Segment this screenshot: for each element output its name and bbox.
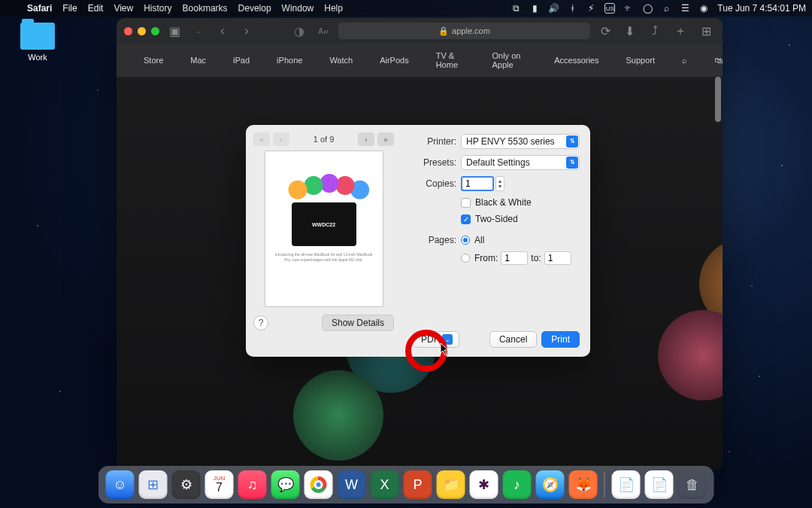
dock-excel[interactable]: X — [371, 470, 399, 499]
bw-checkbox[interactable] — [461, 198, 471, 208]
menu-develop[interactable]: Develop — [238, 3, 271, 14]
menubar-app-name[interactable]: Safari — [27, 3, 52, 14]
menu-edit[interactable]: Edit — [88, 3, 104, 14]
nav-iphone[interactable]: iPhone — [277, 56, 302, 65]
menu-file[interactable]: File — [62, 3, 77, 14]
dock-chrome[interactable] — [304, 470, 333, 499]
pages-all-radio[interactable] — [461, 236, 470, 245]
nav-watch[interactable]: Watch — [329, 56, 353, 65]
share-icon[interactable]: ⤴︎ — [646, 23, 664, 38]
print-dialog: « ‹ 1 of 9 › » WWDC22 Introducing the al… — [246, 125, 590, 357]
nav-tvhome[interactable]: TV & Home — [436, 51, 465, 69]
menu-bookmarks[interactable]: Bookmarks — [183, 3, 228, 14]
nav-ipad[interactable]: iPad — [233, 56, 250, 65]
menu-window[interactable]: Window — [282, 3, 314, 14]
dock-word[interactable]: W — [338, 470, 366, 499]
dock-file-1[interactable]: 📄 — [612, 470, 641, 499]
siri-icon[interactable]: ◉ — [698, 3, 709, 14]
copies-stepper[interactable]: ▲▼ — [495, 176, 504, 191]
tab-overview-icon[interactable]: ⊞ — [697, 23, 715, 38]
dock-folder[interactable]: 📁 — [437, 470, 465, 499]
dock-settings[interactable]: ⚙︎ — [172, 470, 201, 499]
print-button[interactable]: Print — [541, 331, 580, 348]
pages-to-field[interactable] — [544, 251, 571, 265]
dock-finder[interactable]: ☺ — [106, 470, 135, 499]
dock: ☺ ⊞ ⚙︎ JUN7 ♫ 💬 W X P 📁 ✱ ♪ 🧭 🦊 📄 📄 🗑︎ — [98, 466, 714, 503]
address-bar[interactable]: 🔒 apple.com — [338, 23, 590, 39]
dock-calendar[interactable]: JUN7 — [205, 470, 234, 499]
nav-support[interactable]: Support — [626, 56, 655, 65]
text-size-icon[interactable]: Aא — [314, 23, 332, 38]
dock-trash[interactable]: 🗑︎ — [678, 470, 707, 499]
desktop-folder-work[interactable]: Work — [15, 23, 60, 62]
device-icon[interactable]: ▮ — [529, 3, 540, 14]
page-indicator: 1 of 9 — [292, 135, 355, 144]
bluetooth-icon[interactable]: ᚼ — [567, 3, 577, 14]
pages-range-radio[interactable] — [461, 254, 470, 263]
first-page-button[interactable]: « — [253, 132, 270, 146]
reload-button[interactable]: ⟳ — [596, 23, 614, 38]
nav-onlyapple[interactable]: Only on Apple — [492, 51, 527, 69]
sidebar-toggle-icon[interactable]: ▣ — [165, 23, 183, 38]
menubar-clock[interactable]: Tue Jun 7 4:54:01 PM — [717, 3, 806, 14]
nav-store[interactable]: Store — [144, 56, 163, 65]
copies-field[interactable] — [461, 176, 494, 191]
back-button[interactable]: ‹ — [214, 23, 232, 38]
menu-view[interactable]: View — [114, 3, 133, 14]
input-source-icon[interactable]: US — [604, 3, 615, 14]
folder-icon — [20, 23, 55, 50]
dock-spotify[interactable]: ♪ — [503, 470, 532, 499]
control-center-icon[interactable]: ☰ — [680, 3, 690, 14]
twosided-checkbox[interactable]: ✓ — [461, 214, 471, 224]
dock-safari[interactable]: 🧭 — [536, 470, 565, 499]
nav-accessories[interactable]: Accessories — [554, 56, 598, 65]
volume-icon[interactable]: 🔊 — [548, 3, 559, 14]
show-details-button[interactable]: Show Details — [322, 315, 394, 331]
dock-messages[interactable]: 💬 — [271, 470, 300, 499]
cancel-button[interactable]: Cancel — [489, 331, 537, 348]
preview-headline: WWDC22 — [292, 202, 356, 246]
help-button[interactable]: ? — [253, 315, 268, 330]
dock-slack[interactable]: ✱ — [470, 470, 498, 499]
nav-airpods[interactable]: AirPods — [380, 56, 409, 65]
prev-page-button[interactable]: ‹ — [273, 132, 289, 146]
nav-search-icon[interactable]: ⌕ — [682, 56, 687, 65]
last-page-button[interactable]: » — [377, 132, 394, 146]
forward-button[interactable]: › — [238, 23, 256, 38]
menu-help[interactable]: Help — [324, 3, 343, 14]
new-tab-button[interactable]: ＋ — [671, 23, 689, 38]
chevron-updown-icon: ⇅ — [566, 135, 578, 148]
spotlight-icon[interactable]: ⌕ — [661, 3, 671, 14]
pages-from-label: From: — [474, 253, 498, 263]
window-zoom-button[interactable] — [151, 27, 159, 35]
window-close-button[interactable] — [124, 27, 132, 35]
dock-powerpoint[interactable]: P — [404, 470, 432, 499]
user-icon[interactable]: ◯ — [642, 3, 653, 14]
pages-from-field[interactable] — [501, 251, 528, 265]
print-preview: WWDC22 Introducing the all-new MacBook A… — [265, 151, 383, 307]
dropbox-icon[interactable]: ⧉ — [511, 3, 521, 14]
chevron-down-icon: ⌄ — [442, 334, 453, 345]
battery-icon[interactable]: ⚡︎ — [586, 3, 596, 14]
downloads-icon[interactable]: ⬇︎ — [620, 23, 638, 38]
caret-down-icon[interactable]: ⌄ — [189, 23, 208, 38]
presets-select[interactable]: Default Settings ⇅ — [461, 155, 580, 170]
shield-icon[interactable]: ◑ — [290, 23, 308, 38]
next-page-button[interactable]: › — [358, 132, 374, 146]
dock-launchpad[interactable]: ⊞ — [139, 470, 168, 499]
printer-select[interactable]: HP ENVY 5530 series ⇅ — [461, 134, 580, 149]
menu-history[interactable]: History — [144, 3, 171, 14]
scrollbar-thumb[interactable] — [715, 77, 721, 122]
nav-bag-icon[interactable]: 🛍︎ — [714, 56, 723, 65]
dock-music[interactable]: ♫ — [238, 470, 267, 499]
dock-file-2[interactable]: 📄 — [645, 470, 674, 499]
window-minimize-button[interactable] — [138, 27, 146, 35]
nav-mac[interactable]: Mac — [190, 56, 206, 65]
printer-value: HP ENVY 5530 series — [466, 136, 555, 147]
dock-firefox[interactable]: 🦊 — [569, 470, 598, 499]
wifi-icon[interactable]: ᯤ — [623, 3, 634, 14]
apple-menu-icon[interactable] — [6, 3, 17, 14]
scrollbar[interactable] — [715, 77, 721, 470]
pdf-label: PDF — [421, 334, 439, 345]
pdf-dropdown-button[interactable]: PDF ⌄ — [413, 331, 459, 348]
